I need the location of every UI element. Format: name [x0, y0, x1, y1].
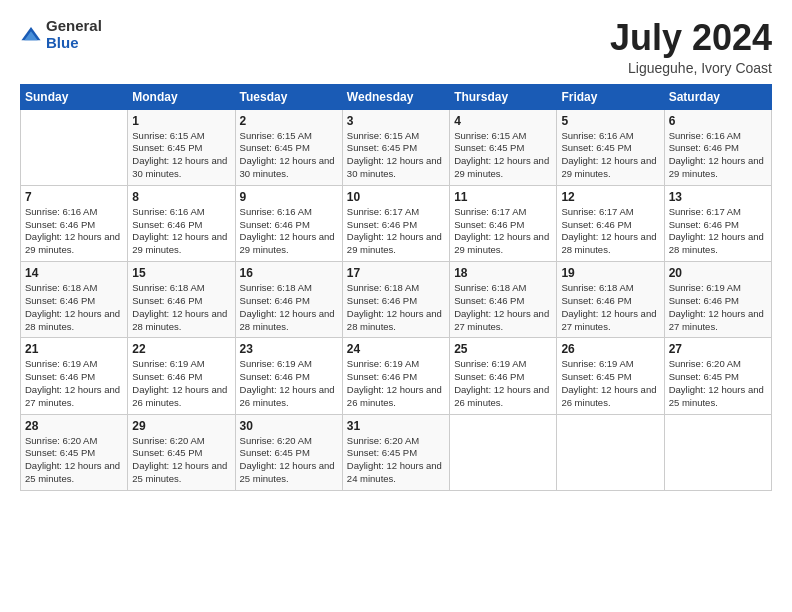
calendar-week-1: 1Sunrise: 6:15 AMSunset: 6:45 PMDaylight…	[21, 109, 772, 185]
logo-general-text: General	[46, 18, 102, 35]
day-number: 31	[347, 419, 445, 433]
day-number: 14	[25, 266, 123, 280]
day-number: 23	[240, 342, 338, 356]
calendar-cell: 21Sunrise: 6:19 AMSunset: 6:46 PMDayligh…	[21, 338, 128, 414]
cell-info: Sunrise: 6:20 AMSunset: 6:45 PMDaylight:…	[25, 435, 123, 486]
day-number: 27	[669, 342, 767, 356]
calendar-cell: 12Sunrise: 6:17 AMSunset: 6:46 PMDayligh…	[557, 185, 664, 261]
day-number: 8	[132, 190, 230, 204]
day-number: 24	[347, 342, 445, 356]
cell-info: Sunrise: 6:20 AMSunset: 6:45 PMDaylight:…	[240, 435, 338, 486]
day-number: 20	[669, 266, 767, 280]
cell-info: Sunrise: 6:18 AMSunset: 6:46 PMDaylight:…	[561, 282, 659, 333]
calendar-table: SundayMondayTuesdayWednesdayThursdayFrid…	[20, 84, 772, 491]
calendar-cell: 20Sunrise: 6:19 AMSunset: 6:46 PMDayligh…	[664, 262, 771, 338]
cell-info: Sunrise: 6:18 AMSunset: 6:46 PMDaylight:…	[454, 282, 552, 333]
cell-info: Sunrise: 6:15 AMSunset: 6:45 PMDaylight:…	[240, 130, 338, 181]
day-number: 13	[669, 190, 767, 204]
calendar-cell: 11Sunrise: 6:17 AMSunset: 6:46 PMDayligh…	[450, 185, 557, 261]
calendar-cell: 26Sunrise: 6:19 AMSunset: 6:45 PMDayligh…	[557, 338, 664, 414]
day-number: 1	[132, 114, 230, 128]
cell-info: Sunrise: 6:19 AMSunset: 6:46 PMDaylight:…	[132, 358, 230, 409]
cell-info: Sunrise: 6:19 AMSunset: 6:46 PMDaylight:…	[454, 358, 552, 409]
cell-info: Sunrise: 6:15 AMSunset: 6:45 PMDaylight:…	[132, 130, 230, 181]
cell-info: Sunrise: 6:15 AMSunset: 6:45 PMDaylight:…	[454, 130, 552, 181]
cell-info: Sunrise: 6:17 AMSunset: 6:46 PMDaylight:…	[561, 206, 659, 257]
day-header-friday: Friday	[557, 84, 664, 109]
logo: General Blue	[20, 18, 102, 51]
day-number: 6	[669, 114, 767, 128]
cell-info: Sunrise: 6:16 AMSunset: 6:46 PMDaylight:…	[25, 206, 123, 257]
calendar-page: General Blue July 2024 Ligueguhe, Ivory …	[0, 0, 792, 612]
cell-info: Sunrise: 6:19 AMSunset: 6:46 PMDaylight:…	[347, 358, 445, 409]
cell-info: Sunrise: 6:18 AMSunset: 6:46 PMDaylight:…	[347, 282, 445, 333]
calendar-cell: 22Sunrise: 6:19 AMSunset: 6:46 PMDayligh…	[128, 338, 235, 414]
day-header-thursday: Thursday	[450, 84, 557, 109]
cell-info: Sunrise: 6:16 AMSunset: 6:46 PMDaylight:…	[132, 206, 230, 257]
cell-info: Sunrise: 6:20 AMSunset: 6:45 PMDaylight:…	[132, 435, 230, 486]
cell-info: Sunrise: 6:18 AMSunset: 6:46 PMDaylight:…	[240, 282, 338, 333]
calendar-cell: 2Sunrise: 6:15 AMSunset: 6:45 PMDaylight…	[235, 109, 342, 185]
cell-info: Sunrise: 6:18 AMSunset: 6:46 PMDaylight:…	[25, 282, 123, 333]
cell-info: Sunrise: 6:20 AMSunset: 6:45 PMDaylight:…	[669, 358, 767, 409]
calendar-cell: 3Sunrise: 6:15 AMSunset: 6:45 PMDaylight…	[342, 109, 449, 185]
day-header-tuesday: Tuesday	[235, 84, 342, 109]
day-number: 30	[240, 419, 338, 433]
cell-info: Sunrise: 6:16 AMSunset: 6:46 PMDaylight:…	[669, 130, 767, 181]
calendar-cell: 7Sunrise: 6:16 AMSunset: 6:46 PMDaylight…	[21, 185, 128, 261]
day-number: 29	[132, 419, 230, 433]
cell-info: Sunrise: 6:17 AMSunset: 6:46 PMDaylight:…	[347, 206, 445, 257]
calendar-cell: 24Sunrise: 6:19 AMSunset: 6:46 PMDayligh…	[342, 338, 449, 414]
calendar-cell: 16Sunrise: 6:18 AMSunset: 6:46 PMDayligh…	[235, 262, 342, 338]
calendar-cell: 13Sunrise: 6:17 AMSunset: 6:46 PMDayligh…	[664, 185, 771, 261]
calendar-week-5: 28Sunrise: 6:20 AMSunset: 6:45 PMDayligh…	[21, 414, 772, 490]
title-block: July 2024 Ligueguhe, Ivory Coast	[610, 18, 772, 76]
day-number: 5	[561, 114, 659, 128]
cell-info: Sunrise: 6:17 AMSunset: 6:46 PMDaylight:…	[669, 206, 767, 257]
calendar-cell: 23Sunrise: 6:19 AMSunset: 6:46 PMDayligh…	[235, 338, 342, 414]
day-header-sunday: Sunday	[21, 84, 128, 109]
calendar-cell: 18Sunrise: 6:18 AMSunset: 6:46 PMDayligh…	[450, 262, 557, 338]
day-number: 18	[454, 266, 552, 280]
calendar-cell: 28Sunrise: 6:20 AMSunset: 6:45 PMDayligh…	[21, 414, 128, 490]
day-number: 15	[132, 266, 230, 280]
cell-info: Sunrise: 6:18 AMSunset: 6:46 PMDaylight:…	[132, 282, 230, 333]
logo-icon	[20, 24, 42, 46]
calendar-cell	[450, 414, 557, 490]
calendar-cell: 6Sunrise: 6:16 AMSunset: 6:46 PMDaylight…	[664, 109, 771, 185]
logo-blue-text: Blue	[46, 35, 102, 52]
day-number: 2	[240, 114, 338, 128]
day-number: 22	[132, 342, 230, 356]
cell-info: Sunrise: 6:19 AMSunset: 6:46 PMDaylight:…	[25, 358, 123, 409]
calendar-cell: 27Sunrise: 6:20 AMSunset: 6:45 PMDayligh…	[664, 338, 771, 414]
calendar-cell: 1Sunrise: 6:15 AMSunset: 6:45 PMDaylight…	[128, 109, 235, 185]
day-number: 7	[25, 190, 123, 204]
day-number: 17	[347, 266, 445, 280]
day-number: 4	[454, 114, 552, 128]
cell-info: Sunrise: 6:19 AMSunset: 6:46 PMDaylight:…	[669, 282, 767, 333]
day-number: 12	[561, 190, 659, 204]
cell-info: Sunrise: 6:16 AMSunset: 6:46 PMDaylight:…	[240, 206, 338, 257]
calendar-week-2: 7Sunrise: 6:16 AMSunset: 6:46 PMDaylight…	[21, 185, 772, 261]
calendar-cell: 19Sunrise: 6:18 AMSunset: 6:46 PMDayligh…	[557, 262, 664, 338]
cell-info: Sunrise: 6:15 AMSunset: 6:45 PMDaylight:…	[347, 130, 445, 181]
logo-text: General Blue	[46, 18, 102, 51]
calendar-cell	[21, 109, 128, 185]
calendar-cell	[557, 414, 664, 490]
calendar-cell: 15Sunrise: 6:18 AMSunset: 6:46 PMDayligh…	[128, 262, 235, 338]
day-number: 25	[454, 342, 552, 356]
calendar-cell: 10Sunrise: 6:17 AMSunset: 6:46 PMDayligh…	[342, 185, 449, 261]
month-title: July 2024	[610, 18, 772, 58]
calendar-cell: 31Sunrise: 6:20 AMSunset: 6:45 PMDayligh…	[342, 414, 449, 490]
cell-info: Sunrise: 6:19 AMSunset: 6:45 PMDaylight:…	[561, 358, 659, 409]
day-number: 21	[25, 342, 123, 356]
day-number: 3	[347, 114, 445, 128]
calendar-cell: 29Sunrise: 6:20 AMSunset: 6:45 PMDayligh…	[128, 414, 235, 490]
location-subtitle: Ligueguhe, Ivory Coast	[610, 60, 772, 76]
calendar-cell: 17Sunrise: 6:18 AMSunset: 6:46 PMDayligh…	[342, 262, 449, 338]
header: General Blue July 2024 Ligueguhe, Ivory …	[20, 18, 772, 76]
day-number: 10	[347, 190, 445, 204]
calendar-cell: 8Sunrise: 6:16 AMSunset: 6:46 PMDaylight…	[128, 185, 235, 261]
day-number: 26	[561, 342, 659, 356]
cell-info: Sunrise: 6:16 AMSunset: 6:45 PMDaylight:…	[561, 130, 659, 181]
